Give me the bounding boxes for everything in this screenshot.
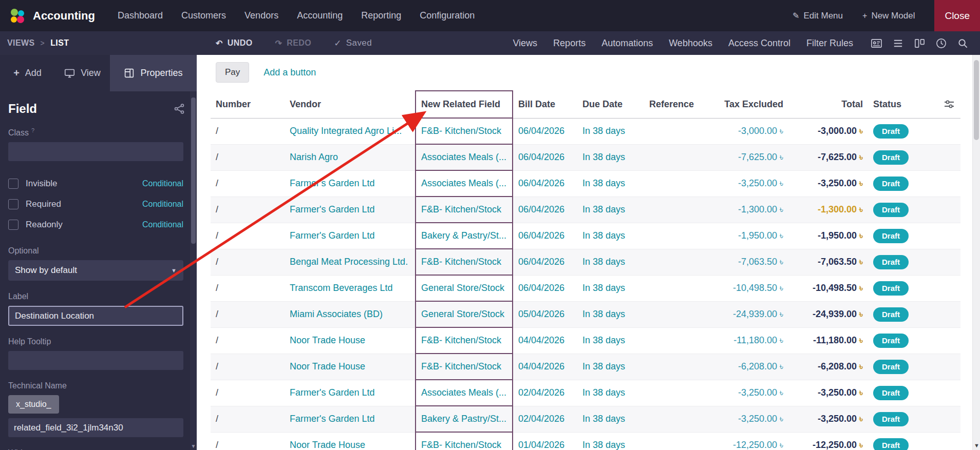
optional-columns-icon[interactable] bbox=[943, 98, 955, 110]
sidebar-scroll-down-icon[interactable]: ▼ bbox=[190, 443, 197, 449]
activity-clock-icon[interactable] bbox=[935, 37, 947, 49]
menu-item-vendors[interactable]: Vendors bbox=[244, 10, 278, 21]
required-checkbox[interactable] bbox=[8, 199, 18, 209]
cell-new-related-field[interactable]: General Store/Stock bbox=[416, 301, 513, 327]
cell-due-date: In 38 days bbox=[577, 118, 644, 144]
col-header-tax-excluded[interactable]: Tax Excluded bbox=[714, 91, 788, 118]
studio-link-webhooks[interactable]: Webhooks bbox=[669, 38, 712, 49]
cell-new-related-field[interactable]: F&B- Kitchen/Stock bbox=[416, 432, 513, 450]
new-model-button[interactable]: + New Model bbox=[862, 11, 915, 21]
list-view-icon[interactable] bbox=[892, 37, 904, 49]
table-row[interactable]: / Farmer's Garden Ltd Bakery & Pastry/St… bbox=[211, 223, 960, 249]
main-scroll-down-icon[interactable]: ▼ bbox=[973, 442, 980, 448]
studio-link-automations[interactable]: Automations bbox=[601, 38, 653, 49]
main-scrollbar[interactable]: ▼ bbox=[972, 55, 980, 450]
sidebar-scrollbar[interactable]: ▼ bbox=[190, 91, 197, 450]
status-badge: Draft bbox=[873, 229, 909, 243]
readonly-conditional-link[interactable]: Conditional bbox=[142, 220, 183, 229]
optional-selected-value: Show by default bbox=[15, 265, 77, 276]
table-row[interactable]: / Narish Agro Associates Meals (... 06/0… bbox=[211, 144, 960, 170]
cell-new-related-field[interactable]: Associates Meals (... bbox=[416, 170, 513, 197]
cell-new-related-field[interactable]: F&B- Kitchen/Stock bbox=[416, 354, 513, 380]
breadcrumb-views[interactable]: VIEWS bbox=[7, 38, 35, 48]
pay-button[interactable]: Pay bbox=[216, 62, 249, 83]
redo-button[interactable]: ↷ REDO bbox=[275, 38, 312, 48]
undo-button[interactable]: ↶ UNDO bbox=[216, 38, 253, 48]
cell-reference bbox=[644, 354, 714, 380]
menu-item-configuration[interactable]: Configuration bbox=[420, 10, 475, 21]
form-view-icon[interactable] bbox=[871, 37, 882, 49]
col-header-total[interactable]: Total bbox=[788, 91, 868, 118]
table-row[interactable]: / Miami Associates (BD) General Store/St… bbox=[211, 301, 960, 327]
col-header-bill-date[interactable]: Bill Date bbox=[513, 91, 577, 118]
label-label: Label bbox=[8, 292, 189, 301]
search-icon[interactable] bbox=[957, 37, 969, 49]
invisible-checkbox[interactable] bbox=[8, 179, 18, 189]
tab-add[interactable]: + Add bbox=[0, 55, 55, 91]
cell-new-related-field[interactable]: F&B- Kitchen/Stock bbox=[416, 249, 513, 275]
label-input[interactable] bbox=[8, 306, 183, 326]
cell-status: Draft bbox=[868, 144, 919, 170]
studio-link-reports[interactable]: Reports bbox=[553, 38, 586, 49]
table-row[interactable]: / Noor Trade House F&B- Kitchen/Stock 01… bbox=[211, 432, 960, 450]
undo-label: UNDO bbox=[228, 38, 253, 48]
readonly-label: Readonly bbox=[26, 220, 63, 230]
technical-name-input[interactable] bbox=[8, 418, 183, 437]
table-row[interactable]: / Farmer's Garden Ltd F&B- Kitchen/Stock… bbox=[211, 197, 960, 223]
menu-item-reporting[interactable]: Reporting bbox=[361, 10, 401, 21]
col-header-due-date[interactable]: Due Date bbox=[577, 91, 644, 118]
help-tooltip-input[interactable] bbox=[8, 351, 183, 370]
cell-new-related-field[interactable]: Bakery & Pastry/St... bbox=[416, 406, 513, 432]
menu-item-accounting[interactable]: Accounting bbox=[297, 10, 343, 21]
main-scrollbar-thumb[interactable] bbox=[974, 60, 979, 140]
cell-reference bbox=[644, 301, 714, 327]
pencil-icon: ✎ bbox=[793, 11, 799, 21]
col-header-status[interactable]: Status bbox=[868, 91, 919, 118]
table-row[interactable]: / Farmer's Garden Ltd Bakery & Pastry/St… bbox=[211, 406, 960, 432]
status-badge: Draft bbox=[873, 124, 909, 139]
table-row[interactable]: / Quality Integrated Agro Li... F&B- Kit… bbox=[211, 118, 960, 144]
class-input[interactable] bbox=[8, 142, 183, 161]
cell-vendor: Narish Agro bbox=[285, 144, 416, 170]
table-row[interactable]: / Noor Trade House F&B- Kitchen/Stock 04… bbox=[211, 327, 960, 354]
cell-new-related-field[interactable]: F&B- Kitchen/Stock bbox=[416, 327, 513, 354]
studio-link-filter-rules[interactable]: Filter Rules bbox=[806, 38, 853, 49]
table-row[interactable]: / Noor Trade House F&B- Kitchen/Stock 04… bbox=[211, 354, 960, 380]
readonly-checkbox[interactable] bbox=[8, 220, 18, 230]
col-header-new-related-field[interactable]: New Related Field bbox=[416, 91, 513, 118]
cell-new-related-field[interactable]: Associates Meals (... bbox=[416, 380, 513, 406]
breadcrumb: VIEWS > LIST bbox=[0, 38, 69, 48]
cell-new-related-field[interactable]: F&B- Kitchen/Stock bbox=[416, 197, 513, 223]
edit-menu-button[interactable]: ✎ Edit Menu bbox=[793, 11, 843, 21]
menu-item-dashboard[interactable]: Dashboard bbox=[118, 10, 163, 21]
help-hint-icon: ? bbox=[31, 127, 34, 133]
studio-link-views[interactable]: Views bbox=[513, 38, 537, 49]
status-badge: Draft bbox=[873, 177, 909, 191]
cell-new-related-field[interactable]: General Store/Stock bbox=[416, 275, 513, 301]
col-header-reference[interactable]: Reference bbox=[644, 91, 714, 118]
menu-item-customers[interactable]: Customers bbox=[181, 10, 226, 21]
close-studio-button[interactable]: Close bbox=[934, 0, 980, 31]
table-row[interactable]: / Farmer's Garden Ltd Associates Meals (… bbox=[211, 170, 960, 197]
studio-link-access-control[interactable]: Access Control bbox=[728, 38, 790, 49]
table-row[interactable]: / Transcom Beverages Ltd General Store/S… bbox=[211, 275, 960, 301]
optional-select[interactable]: Show by default ▼ bbox=[8, 260, 183, 281]
required-conditional-link[interactable]: Conditional bbox=[142, 200, 183, 209]
tab-view[interactable]: View bbox=[55, 55, 110, 91]
odoo-apps-icon[interactable] bbox=[8, 7, 27, 25]
invisible-conditional-link[interactable]: Conditional bbox=[142, 179, 183, 188]
cell-new-related-field[interactable]: Associates Meals (... bbox=[416, 144, 513, 170]
sidebar-scrollbar-thumb[interactable] bbox=[191, 97, 196, 244]
cell-new-related-field[interactable]: Bakery & Pastry/St... bbox=[416, 223, 513, 249]
add-a-button-link[interactable]: Add a button bbox=[263, 67, 316, 78]
cell-vendor: Bengal Meat Processing Ltd. bbox=[285, 249, 416, 275]
table-row[interactable]: / Bengal Meat Processing Ltd. F&B- Kitch… bbox=[211, 249, 960, 275]
col-header-number[interactable]: Number bbox=[211, 91, 285, 118]
table-row[interactable]: / Farmer's Garden Ltd Associates Meals (… bbox=[211, 380, 960, 406]
status-badge: Draft bbox=[873, 360, 909, 374]
tab-properties[interactable]: Properties bbox=[110, 55, 197, 91]
connector-share-icon[interactable] bbox=[173, 103, 185, 115]
kanban-view-icon[interactable] bbox=[914, 37, 926, 49]
cell-new-related-field[interactable]: F&B- Kitchen/Stock bbox=[416, 118, 513, 144]
col-header-vendor[interactable]: Vendor bbox=[285, 91, 416, 118]
